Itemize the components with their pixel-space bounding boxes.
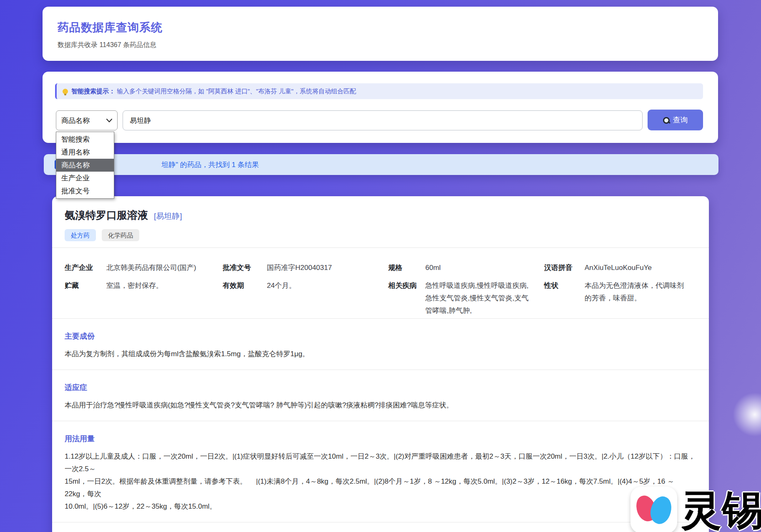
info-value-manufacturer: 北京韩美药品有限公司(国产) (106, 262, 223, 275)
info-value-related-diseases: 急性呼吸道疾病,慢性呼吸道疾病,急性支气管炎,慢性支气管炎,支气管哮喘,肺气肿, (425, 280, 544, 318)
info-label-validity: 有效期 (223, 280, 267, 318)
info-label-related-diseases: 相关疾病 (388, 280, 425, 318)
info-value-validity: 24个月。 (267, 280, 388, 318)
dropdown-option-manufacturer[interactable]: 生产企业 (56, 172, 114, 185)
search-field-selected-value: 商品名称 (61, 116, 90, 125)
section-main-ingredients: 主要成份 本品为复方制剂，其组成成份为每ml含盐酸氨溴索1.5mg，盐酸克仑特罗… (52, 319, 709, 370)
drug-info-grid: 生产企业 北京韩美药品有限公司(国产) 批准文号 国药准字H20040317 规… (52, 248, 709, 318)
section-body-line: 15ml，一日2次。根据年龄及体重调整剂量，请参考下表。 |(1)未满8个月，4… (65, 475, 696, 500)
info-label-specification: 规格 (388, 262, 425, 275)
watermark-text: 灵锡网 (681, 490, 761, 530)
query-button[interactable]: 查询 (648, 110, 703, 130)
section-body-line: 10.0ml。|(5)6～12岁，22～35kg，每次15.0ml。 (65, 500, 696, 513)
chemical-drug-tag: 化学药品 (102, 229, 139, 241)
drug-header: 氨溴特罗口服溶液 [易坦静] 处方药 化学药品 (52, 196, 709, 247)
site-watermark: 灵锡网 (630, 487, 761, 532)
info-label-pinyin: 汉语拼音 (544, 262, 585, 275)
info-value-character: 本品为无色澄清液体，代调味剂的芳香，味香甜。 (585, 280, 696, 318)
tip-label: 智能搜索提示： (71, 87, 115, 95)
search-field-select[interactable]: 商品名称 (56, 110, 118, 130)
section-body-line: 1.12岁以上儿童及成人：口服，一次20ml，一日2次。|(1)症状明显好转后可… (65, 450, 696, 475)
info-label-manufacturer: 生产企业 (65, 262, 106, 275)
query-button-label: 查询 (673, 115, 688, 125)
info-label-storage: 贮藏 (65, 280, 106, 318)
dropdown-option-generic-name[interactable]: 通用名称 (56, 146, 114, 159)
section-body-line: 本品用于治疗急?慢性呼吸道疾病(如急?慢性支气管炎?支气管哮喘? 肺气肿等)引起… (65, 399, 696, 412)
drug-brand-name[interactable]: [易坦静] (154, 211, 182, 222)
page-title: 药品数据库查询系统 (58, 20, 703, 35)
section-title-indications: 适应症 (65, 382, 696, 392)
search-input[interactable] (123, 110, 643, 130)
section-title-dosage: 用法用量 (65, 434, 696, 444)
dropdown-option-approval-number[interactable]: 批准文号 (56, 185, 114, 197)
section-title-main-ingredients: 主要成份 (65, 331, 696, 341)
search-row: 商品名称 查询 (55, 110, 703, 130)
section-dosage: 用法用量 1.12岁以上儿童及成人：口服，一次20ml，一日2次。|(1)症状明… (52, 421, 709, 522)
results-text-fragment: 坦静" 的药品，共找到 1 条结果 (161, 160, 259, 170)
tip-text: 输入多个关键词用空格分隔，如 "阿莫西林 进口"、"布洛芬 儿童"，系统将自动组… (117, 87, 356, 95)
section-body-line: 本品为复方制剂，其组成成份为每ml含盐酸氨溴索1.5mg，盐酸克仑特罗1μg。 (65, 348, 696, 360)
info-label-character: 性状 (544, 280, 585, 318)
info-label-approval-number: 批准文号 (223, 262, 267, 275)
info-value-specification: 60ml (425, 262, 544, 275)
prescription-tag: 处方药 (65, 229, 96, 241)
dropdown-option-product-name[interactable]: 商品名称 (56, 159, 114, 172)
drug-detail-card: 氨溴特罗口服溶液 [易坦静] 处方药 化学药品 生产企业 北京韩美药品有限公司(… (52, 196, 709, 532)
lingxi-logo-icon (630, 487, 677, 532)
magnifier-icon (663, 117, 669, 123)
database-count-subtitle: 数据库共收录 114367 条药品信息 (58, 41, 703, 50)
logo-blue-shape (648, 494, 674, 526)
results-bar: 坦静" 的药品，共找到 1 条结果 (44, 154, 718, 175)
smart-search-tip: 智能搜索提示： 输入多个关键词用空格分隔，如 "阿莫西林 进口"、"布洛芬 儿童… (55, 83, 703, 99)
section-indications: 适应症 本品用于治疗急?慢性呼吸道疾病(如急?慢性支气管炎?支气管哮喘? 肺气肿… (52, 370, 709, 421)
search-card: 智能搜索提示： 输入多个关键词用空格分隔，如 "阿莫西林 进口"、"布洛芬 儿童… (43, 72, 718, 143)
bulb-icon (63, 89, 68, 94)
info-value-approval-number: 国药准字H20040317 (267, 262, 388, 275)
section-adverse-reactions: 不良反应 1.精神神经系统：偶见头痛手颤嗜睡不安头晕失眠四肢麻木等。|2.循环系… (52, 522, 709, 532)
dropdown-option-smart-search[interactable]: 智能搜索 (56, 133, 114, 146)
header-card: 药品数据库查询系统 数据库共收录 114367 条药品信息 (43, 7, 718, 61)
chevron-down-icon (106, 119, 112, 122)
search-field-dropdown: 智能搜索 通用名称 商品名称 生产企业 批准文号 (56, 132, 114, 199)
info-value-storage: 室温，密封保存。 (106, 280, 223, 318)
drug-name: 氨溴特罗口服溶液 (65, 208, 148, 222)
info-value-pinyin: AnXiuTeLuoKouFuYe (585, 262, 696, 275)
